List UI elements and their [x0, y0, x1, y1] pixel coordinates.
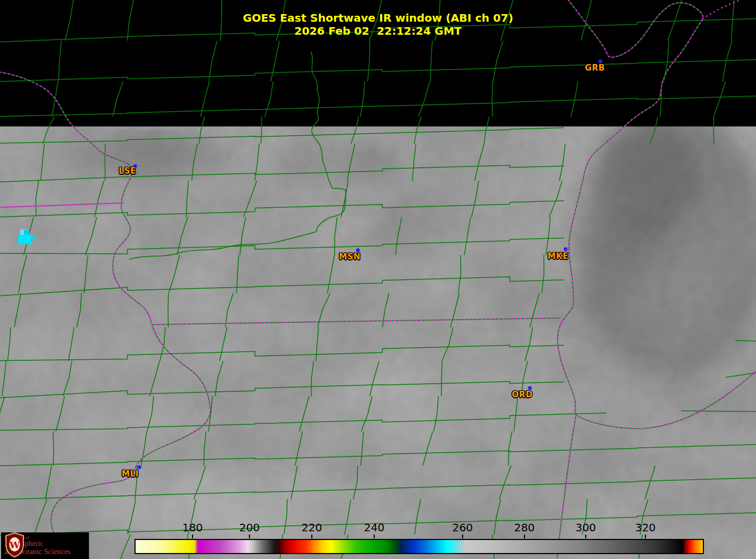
colorbar-tick-mark — [645, 535, 646, 538]
station-label-ord: ORD — [512, 390, 533, 399]
colorbar-tick-label: 300 — [575, 521, 596, 534]
station-label-mli: MLI — [121, 469, 139, 479]
image-timestamp: 2026 Feb 02 22:12:24 GMT — [294, 24, 462, 37]
colorbar-tick-label: 260 — [452, 521, 473, 534]
station-label-msn: MSN — [339, 252, 361, 262]
colorbar-tick-label: 220 — [302, 521, 322, 534]
colorbar-tick-mark — [462, 535, 463, 538]
station-dot-mke — [564, 247, 568, 251]
colorbar-tick-mark — [192, 535, 193, 538]
station-label-lse: LSE — [119, 166, 136, 176]
station-label-mke: MKE — [548, 251, 568, 261]
colorbar-tick-label: 320 — [635, 521, 656, 534]
image-title: GOES East Shortwave IR window (ABI ch 07… — [243, 11, 514, 24]
station-label-grb: GRB — [585, 63, 605, 73]
uw-aos-logo: W Department of Atmospheric and Oceanic … — [1, 532, 89, 559]
door-islands-shoreline — [703, 0, 741, 18]
satellite-viewer: GOES East Shortwave IR window (ABI ch 07… — [0, 0, 756, 559]
colorbar-tick-label: 180 — [182, 521, 203, 534]
colorbar-tick-mark — [374, 535, 375, 538]
colorbar-tick-label: 280 — [514, 521, 535, 534]
colorbar-tick-label: 240 — [364, 521, 385, 534]
uw-crest-icon: W — [4, 532, 25, 557]
colorbar-tick-mark — [311, 535, 312, 538]
colorbar-tick-mark — [249, 535, 250, 538]
colorbar-tick-mark — [585, 535, 586, 538]
colorbar-bar — [134, 539, 704, 554]
svg-text:W: W — [9, 539, 20, 550]
colorbar-tick-label: 200 — [239, 521, 260, 534]
colorbar-tick-mark — [524, 535, 525, 538]
map-overlay-svg — [0, 0, 756, 559]
